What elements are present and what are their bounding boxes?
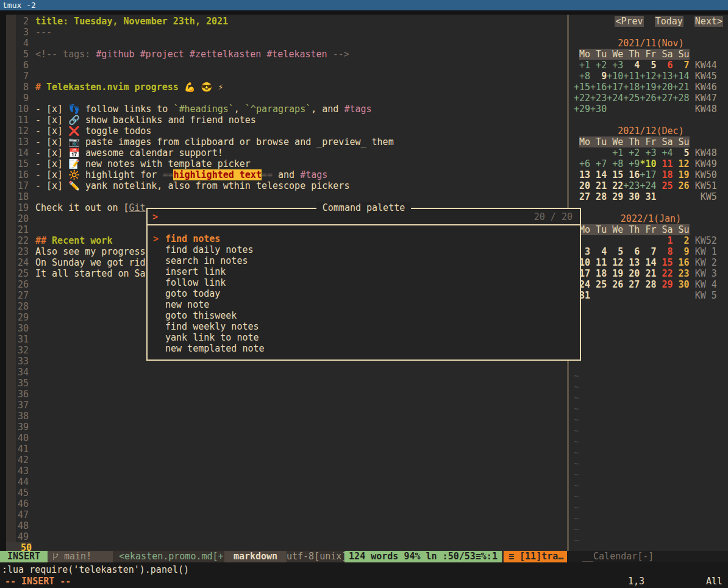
calendar-day[interactable]: +4 bbox=[656, 147, 673, 158]
editor-line[interactable]: 11- [x] 🔗 show backlinks and friend note… bbox=[0, 115, 567, 126]
calendar-day[interactable]: 4 bbox=[590, 246, 607, 257]
calendar-day[interactable]: 15 bbox=[656, 257, 673, 268]
calendar-day[interactable]: 1 bbox=[656, 235, 673, 246]
calendar-day[interactable]: 25 bbox=[656, 180, 673, 191]
calendar-day[interactable]: 28 bbox=[590, 191, 607, 202]
calendar-day[interactable]: 12 bbox=[673, 158, 690, 169]
editor-line[interactable]: 41 bbox=[0, 444, 567, 455]
calendar-day[interactable]: 28 bbox=[640, 279, 656, 290]
calendar-day[interactable]: +2 bbox=[590, 60, 607, 71]
editor-line[interactable]: 49 bbox=[0, 531, 567, 542]
palette-item[interactable]: new templated note bbox=[148, 343, 580, 354]
calendar-day[interactable]: *10 bbox=[640, 158, 656, 169]
editor-line[interactable]: 16- [x] 🔆 highlight for ==highlighted te… bbox=[0, 169, 567, 180]
calendar-day[interactable]: +19 bbox=[640, 82, 656, 93]
command-palette[interactable]: Command palette > 20 / 20 >find notesfin… bbox=[146, 208, 581, 361]
calendar-day[interactable]: 21 bbox=[590, 180, 607, 191]
palette-item[interactable]: find daily notes bbox=[148, 244, 580, 255]
calendar-day[interactable]: +9 bbox=[623, 158, 640, 169]
editor-line[interactable]: 37 bbox=[0, 400, 567, 411]
calendar-day[interactable]: 7 bbox=[673, 60, 690, 71]
editor-line[interactable]: 43 bbox=[0, 466, 567, 476]
palette-prompt-row[interactable]: > 20 / 20 bbox=[148, 209, 580, 225]
calendar-day[interactable]: +26 bbox=[640, 93, 656, 104]
palette-item[interactable]: new note bbox=[148, 299, 580, 310]
editor-line[interactable]: 47 bbox=[0, 509, 567, 520]
editor-line[interactable]: 18 bbox=[0, 191, 567, 202]
editor-line[interactable]: 42 bbox=[0, 455, 567, 466]
editor-line[interactable]: 15- [x] 📝 new notes with template picker bbox=[0, 158, 567, 169]
calendar-day[interactable]: +24 bbox=[607, 93, 623, 104]
calendar-day[interactable]: +21 bbox=[673, 82, 690, 93]
calendar-day[interactable]: +25 bbox=[623, 93, 640, 104]
calendar-day[interactable]: 22 bbox=[607, 180, 623, 191]
calendar-day[interactable]: 6 bbox=[656, 60, 673, 71]
editor-line[interactable]: 36 bbox=[0, 389, 567, 400]
calendar-day[interactable]: 11 bbox=[656, 158, 673, 169]
calendar-day[interactable]: 9 bbox=[673, 246, 690, 257]
calendar-day[interactable]: +20 bbox=[656, 82, 673, 93]
calendar-day[interactable]: 25 bbox=[590, 279, 607, 290]
calendar-day[interactable]: +6 bbox=[574, 158, 590, 169]
editor-line[interactable]: 34 bbox=[0, 367, 567, 378]
calendar-day[interactable]: +28 bbox=[673, 93, 690, 104]
calendar-day[interactable]: 18 bbox=[656, 169, 673, 180]
calendar-day[interactable]: 27 bbox=[574, 191, 590, 202]
calendar-day[interactable]: +30 bbox=[590, 104, 607, 115]
editor-line[interactable]: 35 bbox=[0, 378, 567, 389]
calendar-nav-prev[interactable]: <Prev bbox=[615, 16, 643, 27]
editor-line[interactable]: 6 bbox=[0, 60, 567, 71]
editor-line[interactable]: 13- [x] 📷 paste images from clipboard or… bbox=[0, 136, 567, 147]
calendar-day[interactable]: +27 bbox=[656, 93, 673, 104]
calendar-day[interactable]: 14 bbox=[640, 257, 656, 268]
editor-line[interactable]: 45 bbox=[0, 487, 567, 498]
calendar-day[interactable]: 20 bbox=[574, 180, 590, 191]
editor-line[interactable]: 5<!-- tags: #github #project #zettelkast… bbox=[0, 49, 567, 60]
calendar-day[interactable]: +2 bbox=[623, 147, 640, 158]
palette-item[interactable]: goto today bbox=[148, 288, 580, 299]
palette-item[interactable]: follow link bbox=[148, 277, 580, 288]
calendar-day[interactable]: +8 bbox=[574, 71, 590, 82]
calendar-day[interactable]: 19 bbox=[673, 169, 690, 180]
editor-line[interactable]: 12- [x] ❌ toggle todos bbox=[0, 126, 567, 136]
calendar-day[interactable]: 6 bbox=[623, 246, 640, 257]
calendar-day[interactable]: 11 bbox=[590, 257, 607, 268]
editor-line[interactable]: 48 bbox=[0, 520, 567, 531]
editor-line[interactable]: 2title: Tuesday, November 23th, 2021 bbox=[0, 16, 567, 27]
palette-item[interactable]: >find notes bbox=[148, 233, 580, 244]
editor-line[interactable]: 4 bbox=[0, 38, 567, 49]
palette-item[interactable]: insert link bbox=[148, 266, 580, 277]
palette-item[interactable]: yank link to note bbox=[148, 332, 580, 343]
calendar-day[interactable]: +13 bbox=[656, 71, 673, 82]
calendar-day[interactable]: +23 bbox=[623, 180, 640, 191]
palette-item[interactable]: search in notes bbox=[148, 255, 580, 266]
calendar-day[interactable]: 26 bbox=[607, 279, 623, 290]
calendar-day[interactable]: 15 bbox=[607, 169, 623, 180]
calendar-day[interactable]: 9 bbox=[590, 71, 607, 82]
calendar-day[interactable]: 12 bbox=[607, 257, 623, 268]
editor-line[interactable]: 44 bbox=[0, 476, 567, 487]
calendar-day[interactable]: 16 bbox=[673, 257, 690, 268]
calendar-day[interactable]: 18 bbox=[590, 268, 607, 279]
calendar-day[interactable]: 5 bbox=[607, 246, 623, 257]
editor-line[interactable]: 7 bbox=[0, 71, 567, 82]
calendar-day[interactable]: +15 bbox=[574, 82, 590, 93]
calendar-day[interactable]: +7 bbox=[590, 158, 607, 169]
calendar-day[interactable]: +29 bbox=[574, 104, 590, 115]
calendar-day[interactable]: +14 bbox=[673, 71, 690, 82]
calendar-day[interactable]: 29 bbox=[656, 279, 673, 290]
editor-line[interactable]: 14- [x] 📅 awesome calendar support! bbox=[0, 147, 567, 158]
calendar-day[interactable]: 13 bbox=[574, 169, 590, 180]
calendar-day[interactable]: +3 bbox=[640, 147, 656, 158]
editor-line[interactable]: 38 bbox=[0, 411, 567, 422]
calendar-day[interactable]: +10 bbox=[607, 71, 623, 82]
calendar-day[interactable]: 2 bbox=[673, 235, 690, 246]
calendar-day[interactable]: 19 bbox=[607, 268, 623, 279]
calendar-day[interactable]: 13 bbox=[623, 257, 640, 268]
calendar-day[interactable]: 30 bbox=[673, 279, 690, 290]
editor-line[interactable]: 46 bbox=[0, 498, 567, 509]
editor-line[interactable]: 9 bbox=[0, 93, 567, 104]
calendar-nav-next[interactable]: Next> bbox=[694, 16, 723, 27]
calendar-day[interactable]: +8 bbox=[607, 158, 623, 169]
calendar-day[interactable]: 16 bbox=[623, 169, 640, 180]
